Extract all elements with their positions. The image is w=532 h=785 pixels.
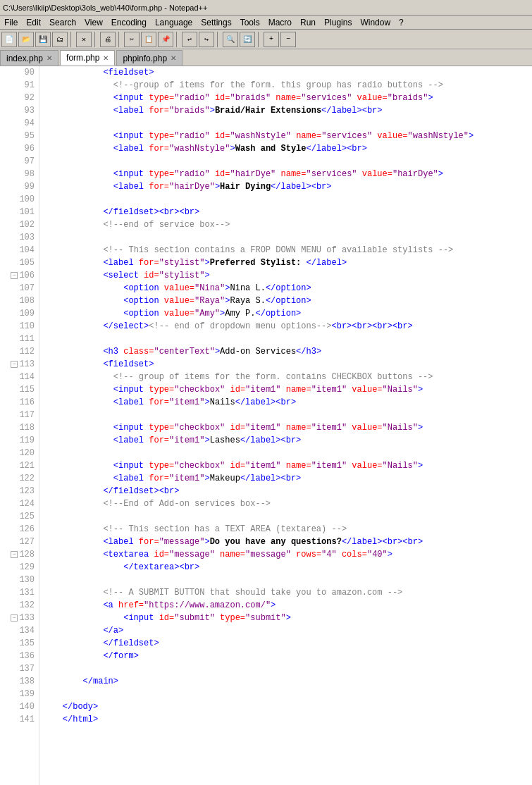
- fold-icon-106[interactable]: −: [11, 272, 18, 279]
- code-line-91[interactable]: <!--group of items for the form. this gr…: [39, 79, 532, 92]
- code-line-139[interactable]: [39, 688, 532, 700]
- tab-phpinfo[interactable]: phpinfo.php ✕: [116, 50, 183, 66]
- code-line-124[interactable]: <!--End of Add-on services box-->: [39, 497, 532, 510]
- code-line-130[interactable]: [39, 574, 532, 586]
- menu-macro[interactable]: Macro: [264, 18, 296, 27]
- code-line-119[interactable]: <label for="item1">Lashes</label><br>: [39, 434, 532, 447]
- menu-encoding[interactable]: Encoding: [107, 18, 151, 27]
- code-line-empty-5[interactable]: [39, 777, 532, 785]
- code-line-empty-1[interactable]: [39, 726, 532, 738]
- tab-form-close[interactable]: ✕: [103, 54, 109, 62]
- code-line-137[interactable]: [39, 662, 532, 675]
- code-line-118[interactable]: <input type="checkbox" id="item1" name="…: [39, 421, 532, 434]
- code-line-114[interactable]: <!-- group of items for the form. contai…: [39, 371, 532, 383]
- code-line-108[interactable]: <option value="Raya">Raya S.</option>: [39, 295, 532, 307]
- code-line-129[interactable]: </textarea><br>: [39, 561, 532, 574]
- code-line-97[interactable]: [39, 155, 532, 168]
- code-line-116[interactable]: <label for="item1">Nails</label><br>: [39, 396, 532, 409]
- code-line-134[interactable]: </a>: [39, 624, 532, 637]
- cut-button[interactable]: ✂: [124, 32, 140, 47]
- menu-settings[interactable]: Settings: [197, 18, 235, 27]
- save-button[interactable]: 💾: [35, 32, 51, 47]
- print-button[interactable]: 🖨: [100, 32, 116, 47]
- menu-tools[interactable]: Tools: [236, 18, 264, 27]
- zoom-out-button[interactable]: −: [280, 32, 296, 47]
- tab-form[interactable]: form.php ✕: [60, 50, 115, 66]
- menu-view[interactable]: View: [80, 18, 107, 27]
- code-line-135[interactable]: </fieldset>: [39, 637, 532, 650]
- code-line-125[interactable]: [39, 510, 532, 523]
- code-line-112[interactable]: <h3 class="centerText">Add-on Services</…: [39, 345, 532, 358]
- code-line-140[interactable]: </body>: [39, 700, 532, 713]
- menu-language[interactable]: Language: [151, 18, 197, 27]
- code-line-96[interactable]: <label for="washNstyle">Wash and Style</…: [39, 142, 532, 155]
- menu-run[interactable]: Run: [296, 18, 320, 27]
- code-line-136[interactable]: </form>: [39, 650, 532, 662]
- code-line-141[interactable]: </html>: [39, 713, 532, 726]
- code-line-94[interactable]: [39, 117, 532, 130]
- zoom-in-button[interactable]: +: [264, 32, 279, 47]
- fold-icon-128[interactable]: −: [11, 551, 18, 558]
- code-line-123[interactable]: </fieldset><br>: [39, 485, 532, 497]
- tab-index[interactable]: index.php ✕: [0, 50, 58, 66]
- menu-edit[interactable]: Edit: [22, 18, 45, 27]
- menu-search[interactable]: Search: [45, 18, 80, 27]
- save-all-button[interactable]: 🗂: [52, 32, 68, 47]
- code-line-132[interactable]: <a href="https://www.amazon.com/">: [39, 599, 532, 612]
- code-line-105[interactable]: <label for="stylist">Preferred Stylist: …: [39, 256, 532, 269]
- code-line-101[interactable]: </fieldset><br><br>: [39, 206, 532, 218]
- code-line-90[interactable]: <fieldset>: [39, 66, 532, 79]
- code-line-109[interactable]: <option value="Amy">Amy P.</option>: [39, 307, 532, 320]
- code-line-128[interactable]: <textarea id="message" name="message" ro…: [39, 548, 532, 561]
- fold-icon-133[interactable]: −: [11, 614, 18, 622]
- code-line-103[interactable]: [39, 231, 532, 244]
- code-line-121[interactable]: <input type="checkbox" id="item1" name="…: [39, 459, 532, 472]
- code-line-empty-2[interactable]: [39, 738, 532, 751]
- fold-icon-113[interactable]: −: [11, 361, 18, 368]
- code-line-107[interactable]: <option value="Nina">Nina L.</option>: [39, 282, 532, 295]
- code-line-127[interactable]: <label for="message">Do you have any que…: [39, 536, 532, 548]
- code-line-110[interactable]: </select><!-- end of dropdown menu optio…: [39, 320, 532, 333]
- code-line-113[interactable]: <fieldset>: [39, 358, 532, 371]
- code-line-122[interactable]: <label for="item1">Makeup</label><br>: [39, 472, 532, 485]
- code-line-133[interactable]: <input id="submit" type="submit">: [39, 612, 532, 624]
- code-line-98[interactable]: <input type="radio" id="hairDye" name="s…: [39, 168, 532, 180]
- new-button[interactable]: 📄: [1, 32, 17, 47]
- code-line-120[interactable]: [39, 447, 532, 459]
- code-line-93[interactable]: <label for="braids">Braid/Hair Extension…: [39, 104, 532, 117]
- paste-button[interactable]: 📌: [158, 32, 173, 47]
- code-line-131[interactable]: <!-- A SUBMIT BUTTON that should take yo…: [39, 586, 532, 599]
- menu-file[interactable]: File: [0, 18, 22, 27]
- ln-102: 102: [0, 218, 39, 231]
- code-line-empty-3[interactable]: [39, 751, 532, 764]
- code-line-102[interactable]: <!--end of service box-->: [39, 218, 532, 231]
- undo-button[interactable]: ↩: [182, 32, 197, 47]
- code-line-92[interactable]: <input type="radio" id="braids" name="se…: [39, 92, 532, 104]
- code-line-104[interactable]: <!-- This section contains a FROP DOWN M…: [39, 244, 532, 256]
- tab-phpinfo-close[interactable]: ✕: [171, 54, 176, 62]
- code-line-106[interactable]: <select id="stylist">: [39, 269, 532, 282]
- code-area[interactable]: <fieldset> <!--group of items for the fo…: [39, 66, 532, 785]
- menu-plugins[interactable]: Plugins: [320, 18, 356, 27]
- close-button[interactable]: ✕: [76, 32, 92, 47]
- code-line-empty-4[interactable]: [39, 764, 532, 777]
- open-button[interactable]: 📂: [18, 32, 34, 47]
- code-line-99[interactable]: <label for="hairDye">Hair Dying</label><…: [39, 180, 532, 193]
- code-line-100[interactable]: [39, 193, 532, 206]
- menu-window[interactable]: Window: [356, 18, 395, 27]
- find-button[interactable]: 🔍: [223, 32, 238, 47]
- code-line-138[interactable]: </main>: [39, 675, 532, 688]
- replace-button[interactable]: 🔄: [240, 32, 255, 47]
- code-line-115[interactable]: <input type="checkbox" id="item1" name="…: [39, 383, 532, 396]
- redo-button[interactable]: ↪: [199, 32, 214, 47]
- menu-bar[interactable]: File Edit Search View Encoding Language …: [0, 16, 532, 30]
- code-line-117[interactable]: [39, 409, 532, 421]
- tab-index-close[interactable]: ✕: [47, 54, 52, 62]
- code-line-111[interactable]: [39, 333, 532, 345]
- code-line-95[interactable]: <input type="radio" id="washNstyle" name…: [39, 130, 532, 142]
- code-text: <!-- This section contains a FROP DOWN M…: [42, 245, 453, 255]
- code-line-126[interactable]: <!-- This section has a TEXT AREA (texta…: [39, 523, 532, 536]
- tabs-bar[interactable]: index.php ✕ form.php ✕ phpinfo.php ✕: [0, 49, 532, 66]
- copy-button[interactable]: 📋: [141, 32, 156, 47]
- menu-help[interactable]: ?: [395, 18, 408, 27]
